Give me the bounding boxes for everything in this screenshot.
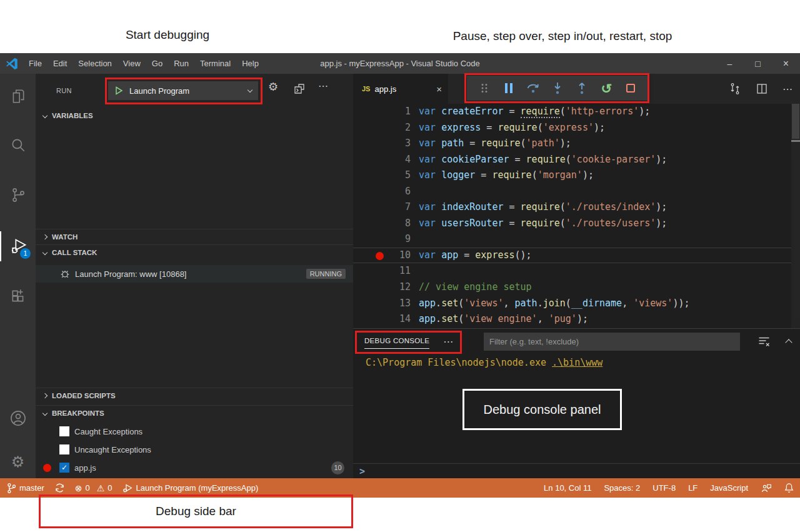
errors-icon: ⊗ [75,484,82,493]
step-into-button[interactable] [549,80,566,96]
console-output-link[interactable]: .\bin\www [552,357,602,368]
stop-button[interactable] [622,80,639,96]
pause-icon [505,83,512,93]
breakpoint-row-caught-exceptions[interactable]: Caught Exceptions [36,423,353,440]
settings-gear-icon[interactable]: ⚙ [0,447,36,477]
breakpoint-label: Caught Exceptions [74,427,142,436]
line-number[interactable]: 14 [353,311,411,328]
code-text: var createError = require('http-errors')… [419,104,650,120]
line-number[interactable]: 10 [353,248,411,263]
step-out-button[interactable] [574,80,590,96]
breakpoint-row-uncaught-exceptions[interactable]: Uncaught Exceptions [36,441,353,458]
breakpoint-checkbox[interactable]: ✓ [59,463,69,473]
branch-indicator[interactable]: master [6,483,44,494]
editor-scrollbar[interactable] [791,104,800,328]
line-number[interactable]: 12 [353,279,411,296]
step-over-icon [526,81,541,96]
line-number[interactable]: 7 [353,199,411,216]
code-line-4: 4var cookieParser = require('cookie-pars… [353,152,791,168]
open-changes-icon[interactable] [729,83,741,95]
views-more-actions-icon[interactable]: ⋯ [318,81,328,91]
chevron-right-icon [42,393,48,398]
debug-sidebar: RUN Launch Program ⚙ ⋯ VARIABLES WATCH C… [36,74,353,478]
console-filter-input[interactable] [484,333,740,351]
menu-view[interactable]: View [118,53,146,74]
minimize-button[interactable]: – [716,53,744,74]
launch-settings-gear-icon[interactable]: ⚙ [268,81,278,93]
problems-indicator[interactable]: ⊗ 0 ⚠ 0 [75,483,112,493]
debug-start-icon [122,483,133,493]
scrollbar-thumb[interactable] [792,104,799,139]
call-stack-session-row[interactable]: Launch Program: www [10868] RUNNING [36,265,353,283]
menu-run[interactable]: Run [168,53,194,74]
panel-more-tabs-icon[interactable]: ⋯ [443,336,453,348]
line-number[interactable]: 5 [353,168,411,184]
section-loaded-scripts[interactable]: LOADED SCRIPTS [36,388,353,403]
tab-close-icon[interactable]: × [436,84,442,94]
line-number[interactable]: 8 [353,216,411,232]
menu-go[interactable]: Go [146,53,168,74]
menu-terminal[interactable]: Terminal [194,53,236,74]
step-over-button[interactable] [525,80,541,96]
section-watch[interactable]: WATCH [36,229,353,244]
line-number[interactable]: 6 [353,184,411,200]
section-breakpoints[interactable]: BREAKPOINTS [36,405,353,421]
panel-actions [758,329,791,354]
code-lines[interactable]: 1var createError = require('http-errors'… [353,104,791,328]
console-input-row[interactable]: > [353,463,800,478]
split-editor-icon[interactable] [756,83,768,94]
console-prompt: > [359,466,365,477]
clear-console-icon[interactable] [758,336,770,347]
line-number[interactable]: 4 [353,152,411,168]
menu-bar: FileEditSelectionViewGoRunTerminalHelp [23,53,264,74]
encoding-indicator[interactable]: UTF-8 [652,483,676,493]
step-out-icon [574,81,589,96]
bell-icon [784,483,794,493]
sync-button[interactable] [54,483,65,493]
breakpoint-checkbox[interactable] [59,426,69,436]
explorer-icon[interactable] [0,81,36,111]
eol-indicator[interactable]: LF [688,483,698,493]
launch-config-dropdown[interactable]: Launch Program [108,81,258,100]
section-call-stack[interactable]: CALL STACK [36,244,353,260]
feedback-button[interactable] [761,483,772,493]
code-line-3: 3var path = require('path'); [353,136,791,152]
pause-button[interactable] [501,80,517,96]
maximize-panel-icon[interactable] [785,339,792,346]
notifications-button[interactable] [784,483,794,493]
chevron-down-icon [248,87,252,92]
line-number[interactable]: 13 [353,296,411,312]
line-number[interactable]: 1 [353,104,411,120]
maximize-button[interactable]: □ [744,53,772,74]
extensions-icon[interactable] [0,281,36,311]
breakpoint-dot[interactable] [376,252,384,260]
breakpoint-checkbox[interactable] [59,444,69,454]
breakpoint-row-app-js[interactable]: ✓app.js10 [36,459,353,476]
activity-bar: 1 ⚙ [0,74,36,478]
menu-help[interactable]: Help [236,53,264,74]
line-number[interactable]: 3 [353,136,411,152]
line-number[interactable]: 2 [353,120,411,136]
language-indicator[interactable]: JavaScript [710,483,748,493]
source-control-icon[interactable] [0,180,36,210]
cursor-position[interactable]: Ln 10, Col 11 [544,483,591,493]
accounts-icon[interactable] [0,403,36,433]
line-number[interactable]: 11 [353,263,411,279]
menu-file[interactable]: File [23,53,48,74]
run-debug-icon[interactable]: 1 [0,231,36,261]
debug-target-indicator[interactable]: Launch Program (myExpressApp) [122,483,259,493]
debug-session-bug-icon [59,268,71,279]
section-variables[interactable]: VARIABLES [36,108,353,123]
editor-more-actions-icon[interactable]: ⋯ [782,83,792,95]
debug-console-toggle-icon[interactable] [293,83,306,96]
menu-edit[interactable]: Edit [48,53,72,74]
indentation-indicator[interactable]: Spaces: 2 [604,483,640,493]
menu-selection[interactable]: Selection [72,53,117,74]
line-number[interactable]: 9 [353,231,411,248]
tab-debug-console[interactable]: DEBUG CONSOLE [364,334,429,349]
toolbar-drag-handle[interactable] [476,80,492,96]
tab-appjs[interactable]: JS app.js × [353,74,448,104]
search-icon[interactable] [0,130,36,160]
restart-button[interactable]: ↺ [598,80,614,96]
close-button[interactable]: × [772,53,800,74]
